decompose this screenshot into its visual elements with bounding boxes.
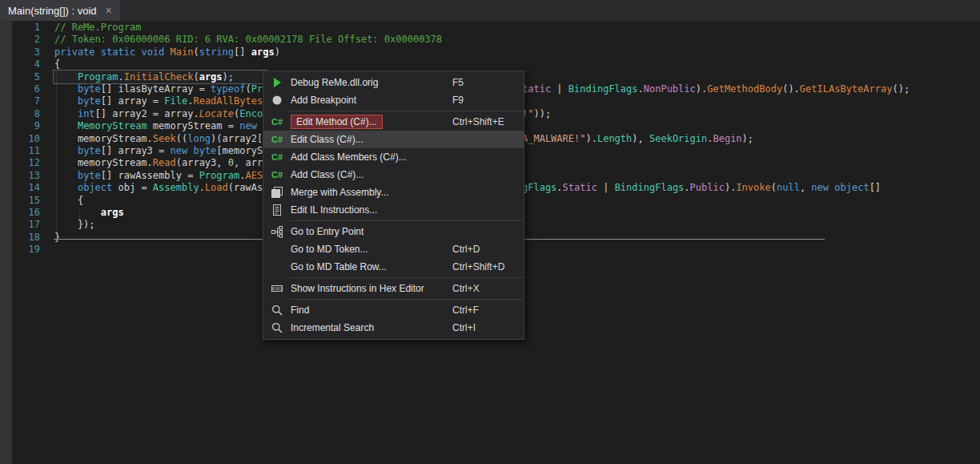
code-token	[54, 170, 78, 181]
line-number: 15	[13, 195, 40, 207]
code-token: .	[118, 71, 123, 83]
menu-item-incremental-search[interactable]: Incremental SearchCtrl+I	[263, 319, 524, 337]
csharp-icon: C#	[267, 151, 287, 163]
menu-item-label: Edit IL Instructions...	[291, 204, 377, 216]
menu-item-label: Edit Method (C#)...	[291, 115, 383, 129]
code-token: obj =	[112, 182, 153, 193]
svg-text:C#: C#	[271, 117, 283, 127]
menu-item-add-class-members-c[interactable]: C#Add Class Members (C#)...	[263, 148, 524, 166]
menu-item-merge-with-assembly[interactable]: Merge with Assembly...	[263, 184, 524, 201]
code-text: memoryStream.Read(array3, 0, array	[54, 157, 275, 169]
menu-item-find[interactable]: FindCtrl+F	[263, 301, 524, 319]
merge-assembly-icon	[267, 186, 287, 199]
menu-item-debug-reme-dll-orig[interactable]: Debug ReMe.dll.origF5	[263, 74, 524, 91]
code-token: byte	[78, 95, 101, 107]
menu-item-add-breakpoint[interactable]: Add BreakpointF9	[263, 91, 524, 109]
code-token: Length	[597, 133, 632, 144]
line-number: 8	[13, 108, 40, 120]
code-token: BindingFlags	[568, 83, 638, 95]
menu-item-edit-class-c[interactable]: C#Edit Class (C#)...	[263, 131, 524, 148]
code-token: SeekOrigin	[649, 133, 707, 144]
il-instructions-icon	[267, 204, 287, 216]
menu-separator	[290, 111, 523, 111]
code-text: memoryStream.Seek((long)(array2[0	[54, 133, 268, 145]
line-number: 16	[13, 207, 40, 219]
line-number: 13	[13, 170, 40, 182]
code-text: object obj = Assembly.Load(rawAsse	[54, 182, 275, 194]
code-token: []	[234, 46, 251, 58]
code-token: byte	[193, 145, 216, 156]
code-text: byte[] rawAssembly = Program.AES_De	[54, 170, 280, 182]
code-text: MemoryStream memoryStream = new Mem	[54, 120, 280, 132]
line-number: 5	[13, 71, 40, 83]
code-token: A_MALWARE!"	[522, 133, 585, 144]
code-token: .	[638, 83, 644, 95]
code-line-4[interactable]: 4{	[0, 59, 980, 71]
line-number: 1	[13, 22, 40, 34]
code-token: (	[245, 83, 251, 95]
code-line-3[interactable]: 3private static void Main(string[] args)	[0, 46, 980, 59]
menu-item-shortcut: F5	[452, 77, 464, 88]
menu-item-go-to-entry-point[interactable]: Go to Entry Point	[263, 223, 524, 240]
menu-item-add-class-c[interactable]: C#Add Class (C#)...	[263, 166, 524, 184]
line-number: 7	[13, 95, 40, 107]
tab-close-icon[interactable]: ×	[106, 5, 112, 16]
code-token: args	[251, 46, 275, 58]
code-token: |	[597, 182, 615, 193]
code-token	[54, 71, 78, 83]
menu-item-label: Add Class (C#)...	[291, 169, 363, 180]
code-token: )	[275, 46, 280, 58]
code-token: Invoke	[736, 182, 770, 193]
menu-item-go-to-md-token[interactable]: Go to MD Token...Ctrl+D	[263, 240, 524, 258]
code-token: Program	[78, 71, 118, 83]
context-menu: Debug ReMe.dll.origF5Add BreakpointF9C#E…	[263, 71, 524, 340]
tab-main-method[interactable]: Main(string[]) : void ×	[0, 0, 120, 21]
menu-item-label: Show Instructions in Hex Editor	[291, 283, 424, 294]
code-token: Load	[205, 182, 228, 193]
code-text: byte[] ilasByteArray = typeof(Progra	[54, 83, 286, 95]
code-token: Program	[199, 170, 240, 181]
code-token	[54, 95, 78, 107]
code-token: memoryStream =	[147, 120, 240, 131]
tab-title: Main(string[]) : void	[8, 5, 97, 17]
hex-editor-icon: 0101	[267, 282, 287, 295]
line-number: 19	[13, 244, 40, 256]
menu-item-label: Merge with Assembly...	[291, 187, 388, 198]
code-token: new	[239, 120, 257, 131]
menu-item-edit-method-c[interactable]: C#Edit Method (C#)...Ctrl+Shift+E	[263, 113, 524, 131]
code-text: args	[54, 207, 124, 219]
no-icon	[267, 260, 287, 273]
menu-item-show-instructions-in-hex-editor[interactable]: 0101Show Instructions in Hex EditorCtrl+…	[263, 280, 524, 297]
code-line-2[interactable]: 2// Token: 0x06000006 RID: 6 RVA: 0x0000…	[0, 34, 980, 46]
code-token: Main	[171, 46, 194, 58]
code-token: [] array =	[101, 95, 164, 107]
svg-text:C#: C#	[271, 152, 283, 162]
code-token	[54, 182, 78, 193]
code-token: args	[199, 71, 223, 83]
menu-item-shortcut: Ctrl+Shift+D	[452, 261, 504, 272]
menu-item-go-to-md-table-row[interactable]: Go to MD Table Row...Ctrl+Shift+D	[263, 258, 524, 276]
menu-item-shortcut: Ctrl+X	[452, 283, 480, 294]
code-token: private	[54, 46, 95, 58]
code-token: byte	[78, 145, 101, 156]
code-token: ();	[892, 83, 910, 95]
code-token: (	[771, 182, 777, 193]
code-token: GetILAsByteArray	[800, 83, 893, 95]
menu-item-label: Add Breakpoint	[291, 95, 356, 106]
code-token: new	[171, 145, 188, 156]
code-token: typeof	[211, 83, 245, 95]
code-token: long	[187, 133, 211, 144]
code-token: [] rawAssembly =	[101, 170, 199, 181]
line-number: 4	[13, 59, 40, 71]
code-token: byte	[78, 83, 101, 95]
code-text: byte[] array = File.ReadAllBytes(	[54, 95, 268, 107]
line-number: 18	[13, 232, 40, 244]
line-number: 17	[13, 219, 40, 231]
code-token: (array3,	[176, 157, 228, 168]
code-line-1[interactable]: 1// ReMe.Program	[0, 22, 980, 34]
code-token: Read	[153, 157, 176, 168]
menu-item-edit-il-instructions[interactable]: Edit IL Instructions...	[263, 201, 524, 219]
line-number: 2	[13, 34, 40, 46]
code-token: static	[101, 46, 135, 58]
breakpoint-icon	[267, 94, 287, 107]
